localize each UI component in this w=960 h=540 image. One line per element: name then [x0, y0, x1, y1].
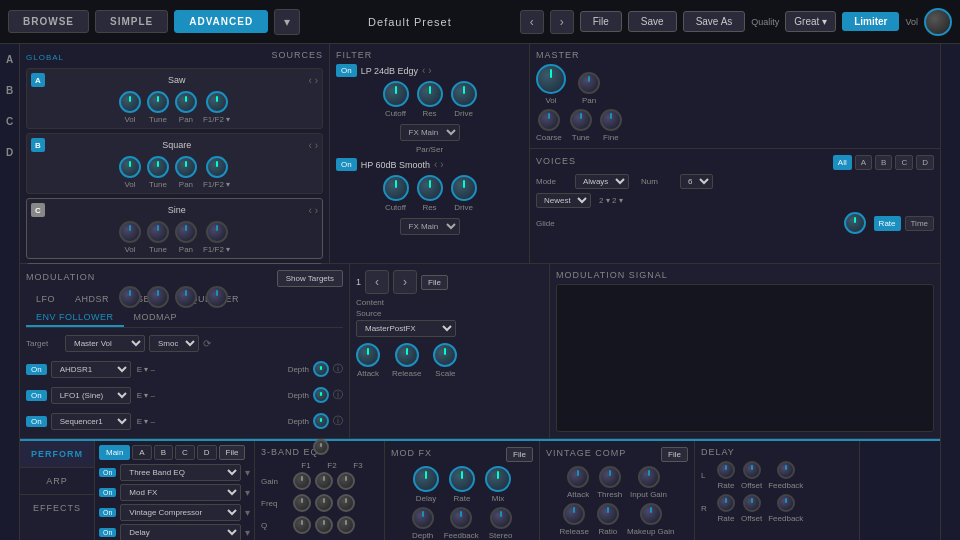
lfo-source-select[interactable]: MasterPostFX — [356, 320, 456, 337]
knob-b-vol[interactable] — [119, 156, 141, 178]
eq-q-f3[interactable] — [337, 516, 355, 534]
tab-env-follower[interactable]: ENV FOLLOWER — [26, 309, 124, 327]
knob-cutoff2[interactable] — [383, 175, 409, 201]
eff-tab-d[interactable]: D — [197, 445, 217, 460]
show-targets-btn[interactable]: Show Targets — [277, 270, 343, 287]
mod-icon1[interactable]: ⟳ — [203, 338, 211, 349]
knob-a-tune[interactable] — [147, 91, 169, 113]
lfo-attack-knob[interactable] — [356, 343, 380, 367]
knob-cutoff1[interactable] — [383, 81, 409, 107]
mod-on-2[interactable]: On — [26, 390, 47, 401]
filter1-on[interactable]: On — [336, 64, 357, 77]
delay-l-feedback-knob[interactable] — [777, 461, 795, 479]
vc-release-knob[interactable] — [563, 503, 585, 525]
delay-r-feedback-knob[interactable] — [777, 494, 795, 512]
eff-arrow-3[interactable]: ▾ — [245, 507, 250, 518]
mod-select-2[interactable]: LFO1 (Sine) — [51, 387, 131, 404]
lfo-next[interactable]: › — [393, 270, 417, 294]
lfo-release-knob[interactable] — [395, 343, 419, 367]
eff-arrow-4[interactable]: ▾ — [245, 527, 250, 538]
delay-l-offset-knob[interactable] — [743, 461, 761, 479]
mod-smooth-select[interactable]: Smooth — [149, 335, 199, 352]
mod-info-1[interactable]: ⓘ — [333, 362, 343, 376]
eq-gain-f2[interactable] — [315, 472, 333, 490]
save-button[interactable]: Save — [628, 11, 677, 32]
eff-select-4[interactable]: Delay — [120, 524, 241, 540]
mod-target-select[interactable]: Master Vol — [65, 335, 145, 352]
knob-res2[interactable] — [417, 175, 443, 201]
arp-btn[interactable]: ARP — [20, 468, 94, 495]
eff-arrow-2[interactable]: ▾ — [245, 487, 250, 498]
knob-a-vol[interactable] — [119, 91, 141, 113]
wave-c-arrows[interactable]: ‹ › — [309, 205, 318, 216]
knob-b-tune[interactable] — [147, 156, 169, 178]
quality-value[interactable]: Great ▾ — [785, 11, 836, 32]
mod-fx-file-btn[interactable]: File — [506, 447, 533, 462]
knob-coarse[interactable] — [538, 109, 560, 131]
mod-fx-mix-knob[interactable] — [485, 466, 511, 492]
knob-c-tune[interactable] — [147, 221, 169, 243]
eq-q-f1[interactable] — [293, 516, 311, 534]
knob-master-pan[interactable] — [578, 72, 600, 94]
depth-knob-3[interactable] — [313, 413, 329, 429]
knob-b-pan[interactable] — [175, 156, 197, 178]
num-select[interactable]: 6 — [680, 174, 713, 189]
mod-on-1[interactable]: On — [26, 364, 47, 375]
mod-fx-delay-knob[interactable] — [413, 466, 439, 492]
eq-freq-f2[interactable] — [315, 494, 333, 512]
delay-r-rate-knob[interactable] — [717, 494, 735, 512]
filter1-arrows[interactable]: ‹ › — [422, 65, 431, 76]
prev-preset[interactable]: ‹ — [520, 10, 544, 34]
perform-btn[interactable]: PERFORM — [20, 441, 94, 468]
browse-tab[interactable]: BROWSE — [8, 10, 89, 33]
eq-gain-f1[interactable] — [293, 472, 311, 490]
depth-knob-1[interactable] — [313, 361, 329, 377]
next-preset[interactable]: › — [550, 10, 574, 34]
time-btn[interactable]: Time — [905, 216, 934, 231]
filter2-arrows[interactable]: ‹ › — [434, 159, 443, 170]
vc-makeup-gain-knob[interactable] — [640, 503, 662, 525]
eff-tab-c[interactable]: C — [175, 445, 195, 460]
lfo-file-btn[interactable]: File — [421, 275, 448, 290]
voices-c-btn[interactable]: C — [895, 155, 913, 170]
eff-select-3[interactable]: Vintage Compressor — [120, 504, 241, 521]
eff-arrow-1[interactable]: ▾ — [245, 467, 250, 478]
wave-b-arrows[interactable]: ‹ › — [309, 140, 318, 151]
vc-attack-knob[interactable] — [567, 466, 589, 488]
mod-select-1[interactable]: AHDSR1 — [51, 361, 131, 378]
tab-modmap[interactable]: MODMAP — [124, 309, 188, 327]
eff-select-2[interactable]: Mod FX — [120, 484, 241, 501]
eff-tab-b[interactable]: B — [154, 445, 173, 460]
mod-info-3[interactable]: ⓘ — [333, 414, 343, 428]
voices-d-btn[interactable]: D — [916, 155, 934, 170]
mod-fx-stereo-knob[interactable] — [490, 507, 512, 529]
eff-on-1[interactable]: On — [99, 468, 116, 477]
mod-info-2[interactable]: ⓘ — [333, 388, 343, 402]
mod-fx-depth-knob[interactable] — [412, 507, 434, 529]
knob-c-vol[interactable] — [119, 221, 141, 243]
knob-d-f1f2[interactable] — [206, 286, 228, 308]
eff-on-3[interactable]: On — [99, 508, 116, 517]
knob-tune[interactable] — [570, 109, 592, 131]
file-button[interactable]: File — [580, 11, 622, 32]
eff-on-2[interactable]: On — [99, 488, 116, 497]
knob-b-f1f2[interactable] — [206, 156, 228, 178]
eq-freq-f3[interactable] — [337, 494, 355, 512]
knob-fine[interactable] — [600, 109, 622, 131]
delay-l-rate-knob[interactable] — [717, 461, 735, 479]
lfo-prev[interactable]: ‹ — [365, 270, 389, 294]
delay-r-offset-knob[interactable] — [743, 494, 761, 512]
eff-file-btn[interactable]: File — [219, 445, 246, 460]
glide-knob[interactable] — [844, 212, 866, 234]
tab-lfo[interactable]: LFO — [26, 291, 65, 309]
mod-on-3[interactable]: On — [26, 416, 47, 427]
mod-fx-feedback-knob[interactable] — [450, 507, 472, 529]
lfo-scale-knob[interactable] — [433, 343, 457, 367]
save-as-button[interactable]: Save As — [683, 11, 746, 32]
vol-knob[interactable] — [924, 8, 952, 36]
limiter-button[interactable]: Limiter — [842, 12, 899, 31]
knob-a-pan[interactable] — [175, 91, 197, 113]
tab-ahdsr[interactable]: AHDSR — [65, 291, 119, 309]
effects-sidebar-btn[interactable]: EFFECTS — [20, 495, 94, 521]
eff-on-4[interactable]: On — [99, 528, 116, 537]
